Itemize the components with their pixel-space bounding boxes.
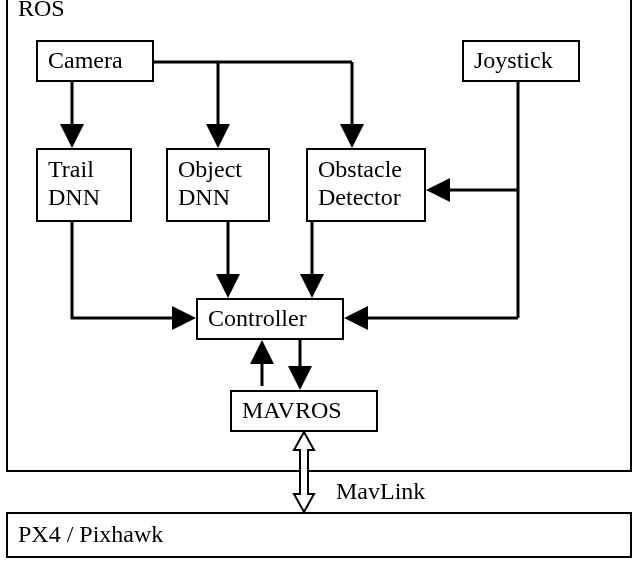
trail-dnn-node: Trail DNN [36,148,132,222]
mavlink-label: MavLink [336,478,425,505]
controller-label: Controller [208,305,307,333]
controller-node: Controller [196,298,344,340]
object-dnn-node: Object DNN [166,148,270,222]
joystick-node: Joystick [462,40,580,82]
mavros-label: MAVROS [242,397,342,425]
diagram-canvas: ROS Camera Joystick Trail DNN Object DNN… [0,0,640,561]
trail-dnn-label-2: DNN [48,184,120,212]
px4-node: PX4 / Pixhawk [6,512,632,558]
camera-node: Camera [36,40,154,82]
px4-label: PX4 / Pixhawk [18,521,163,549]
obstacle-label-2: Detector [318,184,414,212]
ros-label: ROS [18,0,65,20]
joystick-label: Joystick [474,47,553,75]
obstacle-detector-node: Obstacle Detector [306,148,426,222]
mavros-node: MAVROS [230,390,378,432]
obstacle-label-1: Obstacle [318,156,414,184]
trail-dnn-label-1: Trail [48,156,120,184]
object-dnn-label-2: DNN [178,184,258,212]
object-dnn-label-1: Object [178,156,258,184]
camera-label: Camera [48,47,123,75]
